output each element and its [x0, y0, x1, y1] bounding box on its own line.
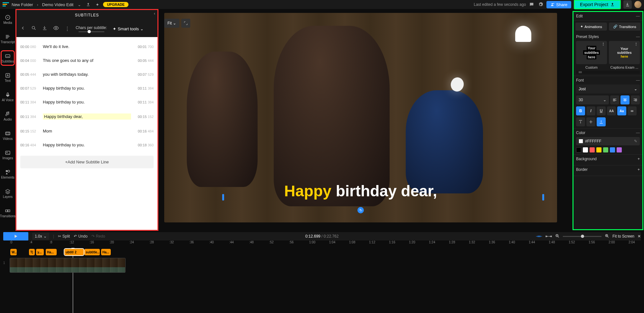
timeline-subtitle-clip[interactable]: y...	[36, 249, 44, 255]
subtitle-row[interactable]: 00:15 152 Mom 00:16 484	[16, 124, 157, 138]
eyedropper-icon[interactable]: ✎	[634, 139, 637, 143]
rail-transitions[interactable]: Transitions	[1, 205, 15, 220]
undo-button[interactable]: ↶ Undo	[74, 234, 88, 239]
chars-per-subtitle[interactable]: Chars per subtitle:	[76, 25, 107, 32]
video-clip[interactable]	[10, 258, 126, 273]
swatch-red[interactable]	[590, 147, 595, 152]
rail-layers[interactable]: Layers	[1, 186, 15, 201]
titlecase-button[interactable]: Aa	[617, 106, 626, 115]
eye-icon[interactable]	[53, 25, 59, 32]
rail-aivoice[interactable]: AI Voice	[1, 89, 15, 104]
video-track[interactable]	[10, 258, 641, 273]
swatch-green[interactable]	[603, 147, 608, 152]
subtitle-text[interactable]: This one goes out to any of	[43, 58, 131, 63]
comment-icon[interactable]	[528, 1, 535, 8]
timeline-subtitle-clip[interactable]: W...	[10, 249, 17, 255]
rail-subtitles[interactable]: Subtitles	[1, 50, 15, 66]
chars-slider[interactable]	[79, 31, 104, 32]
fit-to-screen-button[interactable]: Fit to Screen	[612, 234, 634, 239]
preset-scrollbar[interactable]	[576, 71, 640, 74]
swatch-white[interactable]	[583, 147, 588, 152]
fit-button[interactable]: Fit ⌄	[164, 19, 179, 28]
subtitle-text[interactable]: Happy birthday to you.	[43, 100, 131, 104]
subtitle-row[interactable]: 00:05 444 you with birthdays today. 00:0…	[16, 67, 157, 81]
timeline-subtitle-clip[interactable]: subtitle...	[84, 249, 100, 255]
timeline-ruler[interactable]: :0:4:8:12:16:20:24:28:32:36:40:44:48:52:…	[3, 240, 641, 247]
trim-icon[interactable]: ⇤⇥	[545, 234, 552, 239]
split-button[interactable]: ✂ Split	[58, 234, 70, 239]
search-icon[interactable]	[31, 25, 36, 32]
subtitle-text[interactable]: you with birthdays today.	[43, 72, 131, 77]
share-button[interactable]: Share	[546, 1, 571, 8]
video-preview[interactable]: Happy birthday dear, ↻	[164, 13, 557, 222]
subtitle-text[interactable]: Happy birthday dear,	[43, 113, 131, 120]
underline-button[interactable]: U	[597, 106, 606, 115]
app-logo[interactable]	[3, 2, 9, 7]
expand-icon[interactable]	[181, 19, 190, 28]
infinite-button[interactable]: ∞	[628, 106, 637, 115]
subtitle-row[interactable]: 00:11 384 Happy birthday to you. 00:11 3…	[16, 95, 157, 109]
chevron-down-icon[interactable]: ⌄	[76, 1, 82, 8]
swatch-purple[interactable]	[617, 147, 622, 152]
color-input[interactable]: #FFFFFF✎	[576, 137, 640, 145]
swatch-black[interactable]	[576, 147, 581, 152]
valign-middle-icon[interactable]	[586, 117, 595, 126]
background-title[interactable]: Background	[576, 157, 597, 161]
preset-captions-example[interactable]: ⋮Yoursubtitleshere	[609, 41, 640, 64]
upload-icon[interactable]	[85, 1, 91, 8]
subtitle-track[interactable]: W...T|y...Ha...ubtitle...2subtitle...Ha.…	[10, 249, 641, 256]
italic-button[interactable]: I	[586, 106, 595, 115]
zoom-slider[interactable]	[563, 236, 601, 237]
smart-tools-button[interactable]: ✦ Smart tools ⌄	[113, 26, 144, 31]
timeline-subtitle-clip[interactable]: T|	[29, 249, 35, 255]
speed-select[interactable]: 1.0x ⌄	[32, 233, 49, 240]
timeline-subtitle-clip[interactable]: Ha...	[101, 249, 111, 255]
selection-handle-left[interactable]	[222, 194, 224, 201]
align-left-icon[interactable]	[610, 95, 619, 104]
timeline-subtitle-clip[interactable]: 2	[73, 249, 78, 255]
redo-button[interactable]: ↷ Redo	[91, 234, 105, 239]
subtitle-row[interactable]: 00:04 000 This one goes out to any of 00…	[16, 54, 157, 67]
timeline[interactable]: :0:4:8:12:16:20:24:28:32:36:40:44:48:52:…	[3, 240, 641, 313]
back-icon[interactable]	[20, 25, 25, 32]
rail-text[interactable]: Text	[1, 70, 15, 85]
snap-icon[interactable]: ⇥⇤	[536, 234, 542, 239]
font-select[interactable]: Jost⌄	[576, 84, 640, 93]
download-button[interactable]	[623, 0, 632, 9]
subtitle-text[interactable]: Mom	[43, 129, 131, 133]
border-title[interactable]: Border	[576, 167, 588, 172]
subtitle-row[interactable]: 00:00 080 We'll do it live. 00:01 700	[16, 40, 157, 54]
font-size-select[interactable]: 30⌄	[576, 95, 609, 104]
export-button[interactable]: Export Project	[574, 0, 621, 9]
rail-media[interactable]: Media	[1, 12, 15, 27]
avatar[interactable]	[634, 1, 641, 8]
swatch-yellow[interactable]	[596, 147, 601, 152]
more-icon[interactable]: ⋮	[65, 26, 70, 32]
valign-top-icon[interactable]	[576, 117, 585, 126]
preset-custom[interactable]: ⋮Yoursubtitleshere	[576, 41, 607, 64]
timeline-subtitle-clip[interactable]: Ha...	[46, 249, 57, 255]
collapse-left-icon[interactable]: ‹	[154, 11, 156, 16]
uppercase-button[interactable]: AA	[607, 106, 616, 115]
subtitle-text[interactable]: We'll do it live.	[43, 44, 131, 49]
align-center-icon[interactable]	[620, 95, 630, 104]
add-subtitle-button[interactable]: +Add New Subtitle Line	[20, 156, 154, 168]
rail-videos[interactable]: Videos	[1, 128, 15, 143]
download-icon[interactable]	[42, 25, 47, 32]
swatch-blue[interactable]	[610, 147, 615, 152]
sync-badge-icon[interactable]: ↻	[357, 207, 364, 213]
subtitle-row[interactable]: 00:11 384 Happy birthday dear, 00:15 152	[16, 109, 157, 124]
tab-animations[interactable]: ✦ Animations	[575, 23, 607, 31]
subtitle-text[interactable]: Happy birthday to you.	[43, 142, 131, 147]
subtitle-row[interactable]: 00:16 484 Happy birthday to you. 00:18 3…	[16, 138, 157, 152]
subtitle-row[interactable]: 00:07 529 Happy birthday to you. 00:11 3…	[16, 81, 157, 95]
close-icon[interactable]: ✕	[638, 234, 641, 239]
play-button[interactable]	[3, 232, 28, 240]
rail-audio[interactable]: Audio	[1, 108, 15, 124]
zoom-in-icon[interactable]	[605, 234, 609, 239]
rail-elements[interactable]: Elements	[1, 166, 15, 182]
breadcrumb-folder[interactable]: New Folder	[12, 2, 33, 7]
subtitle-text[interactable]: Happy birthday to you.	[43, 86, 131, 91]
align-right-icon[interactable]	[631, 95, 640, 104]
sparkle-icon[interactable]: ✦	[94, 1, 100, 8]
